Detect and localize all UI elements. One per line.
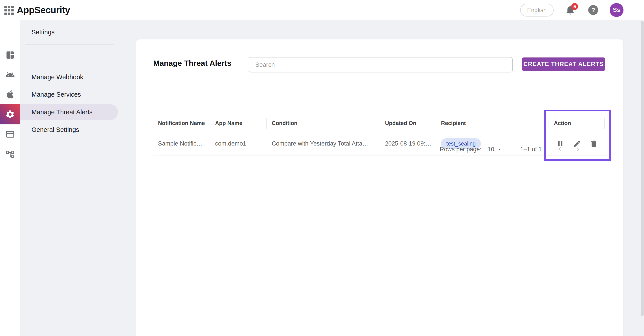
column-header-updated-on: Updated On <box>380 114 436 132</box>
app-window: AppSecurity English 5 ? Ss <box>0 0 644 336</box>
column-header-notification-name: Notification Name <box>153 114 210 132</box>
scrollbar-thumb[interactable] <box>641 21 644 316</box>
notifications-button[interactable]: 5 <box>565 4 577 17</box>
page-title: Manage Threat Alerts <box>153 59 232 68</box>
column-header-condition: Condition <box>266 114 380 132</box>
create-threat-alerts-button[interactable]: CREATE THREAT ALERTS <box>522 57 605 71</box>
credit-card-icon <box>5 129 15 139</box>
apple-icon <box>5 90 15 99</box>
settings-gear-icon <box>5 109 15 119</box>
chevron-right-icon[interactable] <box>574 145 582 153</box>
rail-item-android[interactable] <box>0 65 20 85</box>
column-header-app-name: App Name <box>210 114 266 132</box>
android-icon <box>5 70 15 80</box>
caret-down-icon <box>496 146 503 153</box>
apps-grid-icon[interactable] <box>4 6 14 15</box>
rail-item-billing[interactable] <box>0 124 20 144</box>
column-header-action: Action <box>548 114 610 132</box>
help-button[interactable]: ? <box>588 5 598 15</box>
search-input[interactable] <box>248 57 513 72</box>
top-bar: AppSecurity English 5 ? Ss <box>0 0 644 20</box>
rail-item-apple[interactable] <box>0 84 20 105</box>
scrollbar-track <box>640 20 644 336</box>
rail-item-settings[interactable] <box>0 104 20 124</box>
language-selector[interactable]: English <box>520 4 554 16</box>
rows-per-page-value: 10 <box>488 146 494 153</box>
sidebar-heading: Settings <box>32 25 55 39</box>
content-card: Manage Threat Alerts CREATE THREAT ALERT… <box>136 39 623 336</box>
column-header-recipient: Recipient <box>436 114 548 132</box>
sidebar-item-manage-threat-alerts[interactable]: Manage Threat Alerts <box>20 104 118 120</box>
pagination-bar: Rows per page: 10 1–1 of 1 <box>153 138 610 161</box>
rail-item-hierarchy[interactable] <box>0 144 20 164</box>
app-logo: AppSecurity <box>17 5 70 15</box>
tree-icon <box>5 149 15 159</box>
rail-item-dashboard[interactable] <box>0 45 20 65</box>
rows-per-page-label: Rows per page: <box>440 146 481 153</box>
avatar[interactable]: Ss <box>610 3 624 17</box>
pagination-range: 1–1 of 1 <box>520 146 542 153</box>
notification-badge: 5 <box>571 3 578 10</box>
rows-per-page-select[interactable]: 10 <box>488 146 503 153</box>
sidebar-divider <box>25 44 114 45</box>
table-header-row: Notification Name App Name Condition Upd… <box>153 114 610 132</box>
sidebar-item-manage-webhook[interactable]: Manage Webhook <box>20 69 118 85</box>
icon-rail <box>0 20 20 336</box>
sidebar: Settings Manage Webhook Manage Services … <box>20 20 136 336</box>
dashboard-icon <box>5 50 15 60</box>
sidebar-item-manage-services[interactable]: Manage Services <box>20 86 118 102</box>
chevron-left-icon[interactable] <box>556 145 564 153</box>
sidebar-item-general-settings[interactable]: General Settings <box>20 122 118 138</box>
